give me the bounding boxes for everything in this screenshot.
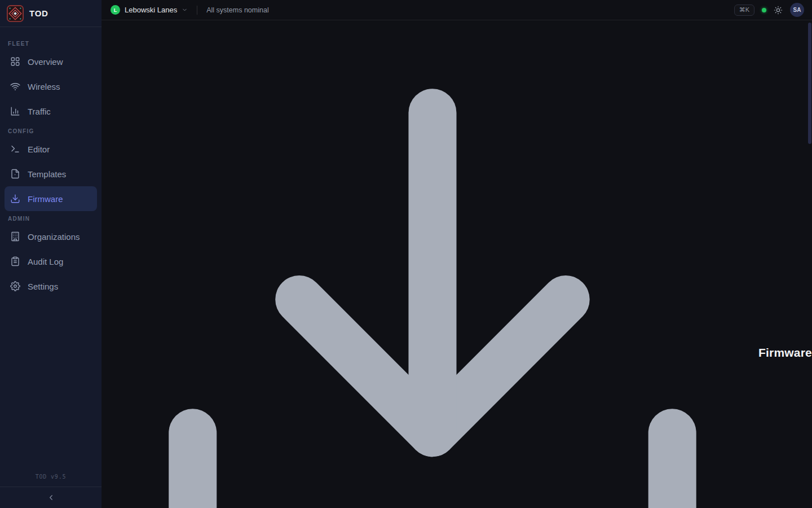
topbar-right: ⌘K SA [734, 3, 804, 17]
settings-gear-icon [10, 281, 20, 291]
sidebar-item-label: Templates [28, 169, 66, 179]
command-palette-shortcut[interactable]: ⌘K [734, 5, 754, 16]
scrollbar-thumb[interactable] [808, 23, 811, 144]
theme-toggle-button[interactable] [774, 6, 783, 15]
org-avatar: L [111, 5, 120, 15]
main-area: L Lebowski Lanes All systems nominal ⌘K … [102, 0, 812, 508]
health-status-dot [762, 8, 766, 12]
nav-section-label-admin: ADMIN [0, 211, 102, 224]
logo-row: TOD [0, 0, 102, 27]
terminal-icon [10, 144, 20, 154]
sidebar-item-audit-log[interactable]: Audit Log [5, 249, 97, 274]
sidebar: TOD FLEETOverviewWirelessTrafficCONFIGEd… [0, 0, 102, 508]
wifi-icon [10, 81, 20, 91]
sidebar-item-editor[interactable]: Editor [5, 137, 97, 161]
clipboard-list-icon [10, 256, 20, 266]
layout-grid-icon [10, 56, 20, 67]
tod-logo-icon [7, 5, 24, 22]
chevron-left-icon [47, 493, 55, 502]
sidebar-item-label: Editor [28, 144, 50, 154]
topbar-divider [197, 6, 197, 15]
sidebar-item-label: Organizations [28, 232, 80, 242]
user-avatar[interactable]: SA [790, 3, 804, 17]
download-icon [10, 194, 20, 204]
sidebar-item-label: Wireless [28, 82, 60, 91]
sidebar-item-label: Audit Log [28, 257, 63, 266]
sidebar-nav: FLEETOverviewWirelessTrafficCONFIGEditor… [0, 27, 102, 474]
sidebar-item-traffic[interactable]: Traffic [5, 99, 97, 124]
systems-status-text: All systems nominal [206, 6, 268, 14]
sidebar-item-label: Firmware [28, 194, 63, 204]
sidebar-item-wireless[interactable]: Wireless [5, 74, 97, 99]
download-icon [113, 33, 752, 508]
sun-icon [774, 6, 783, 15]
sidebar-item-overview[interactable]: Overview [5, 49, 97, 74]
org-name: Lebowski Lanes [125, 6, 177, 14]
sidebar-item-label: Traffic [28, 107, 51, 116]
sidebar-item-templates[interactable]: Templates [5, 161, 97, 186]
app-name: TOD [29, 8, 48, 18]
sidebar-item-label: Overview [28, 57, 63, 67]
file-code-icon [10, 169, 20, 179]
app-version: TOD v9.5 [0, 474, 102, 487]
chevron-down-icon [182, 7, 188, 13]
topbar: L Lebowski Lanes All systems nominal ⌘K … [102, 0, 812, 20]
nav-section-label-fleet: FLEET [0, 36, 102, 49]
org-switcher[interactable]: L Lebowski Lanes [111, 5, 188, 15]
sidebar-item-firmware[interactable]: Firmware [5, 186, 97, 211]
bar-chart-icon [10, 106, 20, 116]
sidebar-collapse-button[interactable] [0, 487, 102, 508]
sidebar-item-settings[interactable]: Settings [5, 274, 97, 299]
nav-section-label-config: CONFIG [0, 124, 102, 137]
app-root: TOD FLEETOverviewWirelessTrafficCONFIGEd… [0, 0, 812, 508]
sidebar-item-label: Settings [28, 282, 58, 291]
page-title-row: Firmware [113, 33, 812, 508]
page-title: Firmware [758, 346, 812, 360]
sidebar-item-organizations[interactable]: Organizations [5, 224, 97, 249]
building-icon [10, 231, 20, 242]
content: Firmware 49Total Devices49Up to Date0Out… [102, 20, 812, 508]
